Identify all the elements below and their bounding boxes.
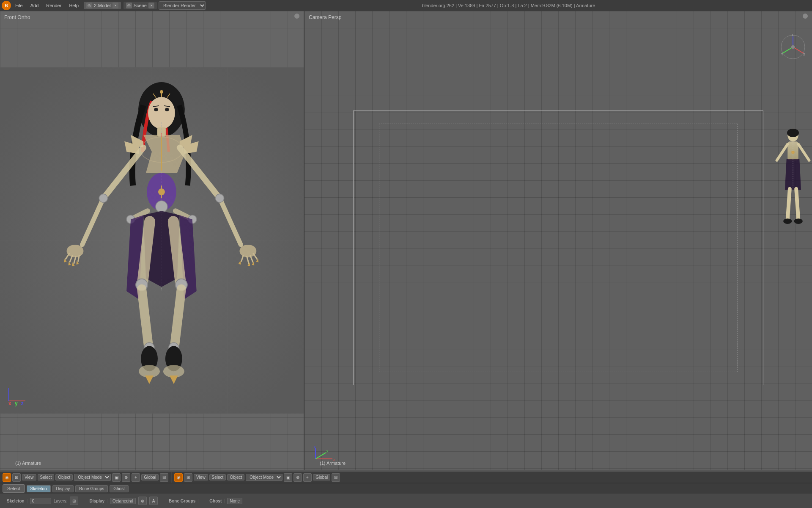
tab-ghost[interactable]: Ghost xyxy=(110,485,129,492)
svg-point-38 xyxy=(216,194,224,202)
left-snap-icon[interactable]: ⌖ xyxy=(132,473,140,482)
workspace-tab-1[interactable]: ◎ 2-Model × xyxy=(84,2,121,9)
left-view-mode-icon[interactable]: ⊞ xyxy=(12,473,21,482)
svg-point-6 xyxy=(148,97,175,129)
right-view-btn[interactable]: View xyxy=(194,474,208,480)
skeleton-number-field[interactable] xyxy=(30,498,51,504)
workspace1-close[interactable]: × xyxy=(112,3,118,8)
tab-bone-groups[interactable]: Bone Groups xyxy=(75,485,108,492)
workspace1-label: 2-Model xyxy=(94,3,111,8)
select-button[interactable]: Select xyxy=(3,484,25,493)
panel-section-skeleton: Skeleton Layers: ⊞ xyxy=(4,497,78,505)
svg-text:Z: Z xyxy=(792,34,794,36)
bottom-panel-content: Skeleton Layers: ⊞ Display Octahedral ⊕ … xyxy=(0,494,812,508)
svg-point-95 xyxy=(783,218,792,224)
blender-logo: B xyxy=(2,1,11,10)
svg-point-8 xyxy=(165,108,169,111)
workspace2-close[interactable]: × xyxy=(148,3,154,8)
svg-point-96 xyxy=(794,218,803,224)
main-area: Front Ortho xyxy=(0,11,812,470)
engine-select[interactable]: Blender Render xyxy=(159,1,206,10)
skeleton-header: Skeleton xyxy=(4,499,27,503)
left-global-btn[interactable]: Global xyxy=(141,474,159,480)
svg-line-101 xyxy=(315,453,326,459)
status-text: blender.org.262 | Ve:1389 | Fa:2577 | Ob… xyxy=(207,3,810,8)
right-snap-icon[interactable]: ⌖ xyxy=(303,473,312,482)
display-names-icon[interactable]: A xyxy=(149,497,158,505)
svg-point-27 xyxy=(67,245,84,257)
right-mode-select[interactable]: Object Mode xyxy=(246,474,283,481)
left-view-btn[interactable]: View xyxy=(22,474,36,480)
svg-line-81 xyxy=(793,47,804,53)
menu-add[interactable]: Add xyxy=(27,2,42,9)
skeleton-label-1: Layers: xyxy=(54,499,68,503)
svg-text:z: z xyxy=(21,400,24,406)
workspace2-label: Scene xyxy=(134,3,147,8)
tab-skeleton[interactable]: Skeleton xyxy=(27,485,51,492)
right-layer-icon[interactable]: ⊟ xyxy=(332,473,340,482)
svg-text:y: y xyxy=(326,449,328,453)
panel-section-ghost: Ghost None xyxy=(207,498,242,504)
right-viewport[interactable]: Camera Persp Z X Y xyxy=(304,11,812,470)
right-viewport-label: Camera Persp xyxy=(309,14,341,20)
display-header: Display xyxy=(87,499,107,503)
left-mode-select[interactable]: Object Mode xyxy=(74,474,111,481)
svg-line-82 xyxy=(782,47,793,53)
display-axis-icon[interactable]: ⊕ xyxy=(138,497,147,505)
ghost-header: Ghost xyxy=(207,499,225,503)
left-armature-label: (1) Armature xyxy=(15,461,41,466)
workspace2-icon: ◎ xyxy=(126,3,132,8)
bottom-panel: Select Skeleton Display Bone Groups Ghos… xyxy=(0,483,812,508)
svg-text:X: X xyxy=(803,53,805,56)
ghost-type-btn[interactable]: None xyxy=(227,498,242,504)
svg-point-26 xyxy=(99,194,107,202)
svg-line-91 xyxy=(798,144,809,160)
right-viewport-corner xyxy=(803,14,808,19)
nav-gizmo: Z X Y xyxy=(780,34,806,60)
workspace-tab-2[interactable]: ◎ Scene × xyxy=(123,2,157,9)
left-select-btn[interactable]: Select xyxy=(38,474,55,480)
svg-point-12 xyxy=(160,90,163,94)
right-view-mode-icon[interactable]: ⊞ xyxy=(184,473,192,482)
top-menubar: B File Add Render Help ◎ 2-Model × ◎ Sce… xyxy=(0,0,812,11)
left-mesh-icon[interactable]: ▣ xyxy=(112,473,121,482)
right-viewport-icon[interactable]: ◉ xyxy=(174,473,183,482)
left-viewport[interactable]: Front Ortho xyxy=(0,11,304,470)
right-pivot-icon[interactable]: ⊕ xyxy=(294,473,302,482)
workspace1-icon: ◎ xyxy=(86,3,92,8)
left-viewport-icon[interactable]: ◉ xyxy=(3,473,11,482)
left-viewport-label: Front Ortho xyxy=(4,14,30,20)
right-mesh-icon[interactable]: ▣ xyxy=(284,473,292,482)
right-armature-label: (1) Armature xyxy=(320,461,346,466)
tab-display[interactable]: Display xyxy=(52,485,74,492)
left-object-btn[interactable]: Object xyxy=(55,474,73,480)
menu-help[interactable]: Help xyxy=(66,2,82,9)
svg-point-7 xyxy=(154,108,158,111)
menu-render[interactable]: Render xyxy=(43,2,65,9)
left-viewport-controls: ◉ ⊞ View Select Object Object Mode ▣ ⊕ ⌖… xyxy=(0,472,171,483)
right-select-btn[interactable]: Select xyxy=(209,474,226,480)
camera-inner-frame xyxy=(379,124,738,372)
camera-frame xyxy=(353,110,763,385)
right-global-btn[interactable]: Global xyxy=(313,474,330,480)
svg-line-90 xyxy=(777,144,787,160)
character-armature-svg: x y z xyxy=(0,11,304,470)
bottom-panel-tabs: Select Skeleton Display Bone Groups Ghos… xyxy=(0,483,812,494)
svg-text:z: z xyxy=(314,446,315,449)
right-object-btn[interactable]: Object xyxy=(227,474,244,480)
panel-section-bone-groups: Bone Groups xyxy=(166,499,198,503)
svg-point-88 xyxy=(787,129,799,137)
panel-section-display: Display Octahedral ⊕ A xyxy=(87,497,158,505)
left-layer-icon[interactable]: ⊟ xyxy=(160,473,168,482)
camera-character-svg xyxy=(761,125,812,244)
right-viewport-controls: ◉ ⊞ View Select Object Object Mode ▣ ⊕ ⌖… xyxy=(172,472,343,483)
menu-file[interactable]: File xyxy=(12,2,26,9)
svg-text:y: y xyxy=(15,400,18,406)
bone-groups-header: Bone Groups xyxy=(166,499,198,503)
svg-line-66 xyxy=(173,221,181,283)
skeleton-layers[interactable]: ⊞ xyxy=(70,497,78,505)
svg-point-83 xyxy=(791,45,795,49)
left-pivot-icon[interactable]: ⊕ xyxy=(122,473,130,482)
display-type-btn[interactable]: Octahedral xyxy=(110,498,136,504)
svg-line-59 xyxy=(143,221,150,283)
